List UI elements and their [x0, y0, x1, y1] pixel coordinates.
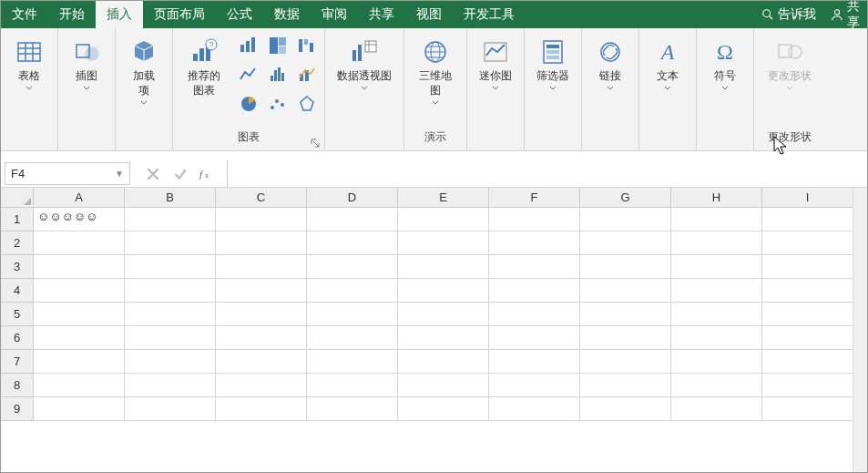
cell-H8[interactable]: [671, 374, 762, 397]
tab-developer[interactable]: 开发工具: [453, 1, 526, 28]
cell-G4[interactable]: [580, 279, 671, 303]
cell-F9[interactable]: [489, 397, 580, 421]
cell-C4[interactable]: [216, 279, 307, 303]
cell-A3[interactable]: [34, 255, 125, 279]
cancel-button[interactable]: [145, 166, 161, 182]
cell-C8[interactable]: [216, 374, 307, 397]
table-button[interactable]: 表格: [5, 32, 54, 92]
cell-E9[interactable]: [398, 397, 489, 421]
cell-H5[interactable]: [671, 303, 762, 326]
row-header-6[interactable]: 6: [1, 326, 34, 350]
surface-chart-button[interactable]: [293, 90, 321, 118]
illustrations-button[interactable]: 插图: [62, 32, 111, 92]
cell-E1[interactable]: [398, 208, 489, 231]
select-all-corner[interactable]: [1, 188, 34, 208]
cell-H3[interactable]: [671, 255, 762, 279]
text-button[interactable]: A 文本: [643, 32, 692, 92]
tab-page-layout[interactable]: 页面布局: [143, 1, 216, 28]
cell-B1[interactable]: [125, 208, 216, 231]
symbols-button[interactable]: Ω 符号: [700, 32, 750, 92]
row-header-5[interactable]: 5: [1, 303, 34, 326]
scatter-chart-button[interactable]: [264, 90, 291, 118]
cell-I1[interactable]: [762, 208, 853, 231]
tab-file[interactable]: 文件: [1, 1, 48, 28]
column-header-G[interactable]: G: [580, 188, 671, 208]
cell-D3[interactable]: [307, 255, 398, 279]
tab-review[interactable]: 审阅: [311, 1, 358, 28]
name-box[interactable]: F4 ▼: [5, 162, 130, 185]
cell-D8[interactable]: [307, 374, 398, 397]
row-header-1[interactable]: 1: [1, 208, 34, 231]
cell-G2[interactable]: [580, 231, 671, 255]
cell-A6[interactable]: [34, 326, 125, 350]
cell-I9[interactable]: [762, 397, 853, 421]
cell-C5[interactable]: [216, 303, 307, 326]
cell-B3[interactable]: [125, 255, 216, 279]
column-chart-button[interactable]: [235, 32, 262, 59]
cell-G1[interactable]: [580, 208, 671, 231]
cell-A8[interactable]: [34, 374, 125, 397]
cell-F7[interactable]: [489, 350, 580, 374]
hierarchy-chart-button[interactable]: [264, 32, 291, 59]
column-header-D[interactable]: D: [307, 188, 398, 208]
recommended-charts-button[interactable]: ? 推荐的 图表: [177, 32, 231, 98]
cell-B2[interactable]: [125, 231, 216, 255]
row-header-8[interactable]: 8: [1, 374, 34, 397]
cell-D5[interactable]: [307, 303, 398, 326]
tab-view[interactable]: 视图: [405, 1, 453, 28]
cell-B9[interactable]: [125, 397, 216, 421]
cell-H6[interactable]: [671, 326, 762, 350]
cell-C7[interactable]: [216, 350, 307, 374]
tell-me[interactable]: 告诉我: [754, 1, 823, 28]
pivotchart-button[interactable]: 数据透视图: [329, 32, 400, 92]
tab-insert[interactable]: 插入: [96, 1, 143, 28]
cell-H2[interactable]: [671, 231, 762, 255]
cell-D1[interactable]: [307, 208, 398, 231]
cell-D2[interactable]: [307, 231, 398, 255]
cell-F5[interactable]: [489, 303, 580, 326]
cell-B4[interactable]: [125, 279, 216, 303]
formula-input[interactable]: [228, 160, 867, 187]
cell-F4[interactable]: [489, 279, 580, 303]
insert-function-button[interactable]: fx: [199, 166, 216, 182]
combo-chart-button[interactable]: [293, 61, 321, 88]
cell-F2[interactable]: [489, 231, 580, 255]
cell-A1[interactable]: ☺☺☺☺☺: [34, 208, 125, 231]
tab-home[interactable]: 开始: [48, 1, 96, 28]
column-header-H[interactable]: H: [671, 188, 762, 208]
row-header-7[interactable]: 7: [1, 350, 34, 374]
tab-formulas[interactable]: 公式: [216, 1, 263, 28]
share-button[interactable]: 共享: [823, 1, 867, 28]
cell-D9[interactable]: [307, 397, 398, 421]
row-header-4[interactable]: 4: [1, 279, 34, 303]
cells-area[interactable]: ☺☺☺☺☺: [34, 208, 853, 421]
cell-F8[interactable]: [489, 374, 580, 397]
cell-G8[interactable]: [580, 374, 671, 397]
row-header-9[interactable]: 9: [1, 397, 34, 421]
cell-E6[interactable]: [398, 326, 489, 350]
cell-I8[interactable]: [762, 374, 853, 397]
cell-I2[interactable]: [762, 231, 853, 255]
row-header-2[interactable]: 2: [1, 231, 34, 255]
cell-D6[interactable]: [307, 326, 398, 350]
filters-button[interactable]: 筛选器: [528, 32, 577, 92]
cell-B8[interactable]: [125, 374, 216, 397]
column-header-I[interactable]: I: [762, 188, 853, 208]
vertical-scrollbar[interactable]: [853, 188, 867, 472]
line-chart-button[interactable]: [235, 61, 262, 88]
cell-E2[interactable]: [398, 231, 489, 255]
cell-G5[interactable]: [580, 303, 671, 326]
waterfall-chart-button[interactable]: [293, 32, 321, 59]
cell-G3[interactable]: [580, 255, 671, 279]
cell-C9[interactable]: [216, 397, 307, 421]
cell-E3[interactable]: [398, 255, 489, 279]
cell-B6[interactable]: [125, 326, 216, 350]
cell-A4[interactable]: [34, 279, 125, 303]
hyperlink-button[interactable]: 链接: [586, 32, 635, 92]
tab-share-tab[interactable]: 共享: [358, 1, 405, 28]
cell-G6[interactable]: [580, 326, 671, 350]
column-header-B[interactable]: B: [125, 188, 216, 208]
addins-button[interactable]: 加载 项: [119, 32, 168, 107]
column-header-F[interactable]: F: [489, 188, 580, 208]
cell-E7[interactable]: [398, 350, 489, 374]
